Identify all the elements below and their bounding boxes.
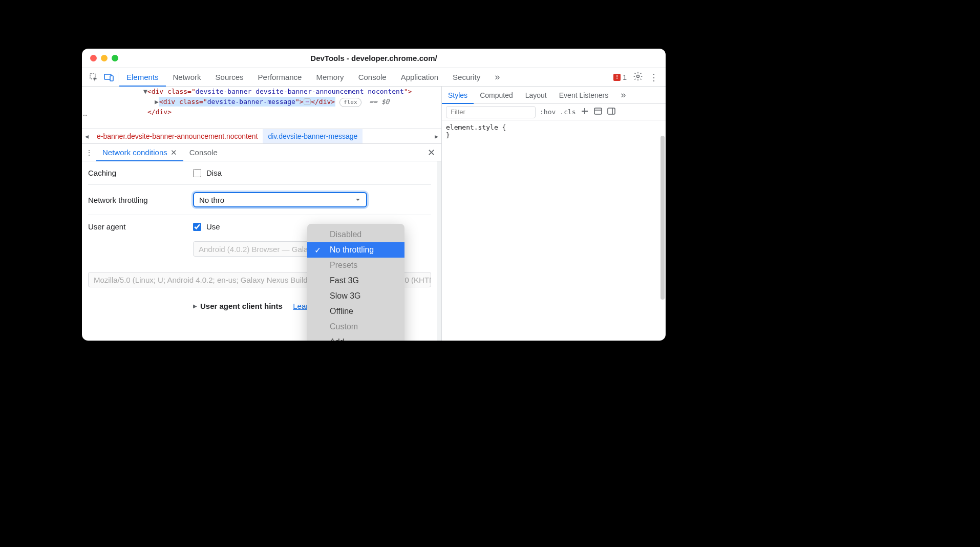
- elements-tree[interactable]: … ▼<div class="devsite-banner devsite-ba…: [82, 87, 441, 129]
- stab-event-listeners[interactable]: Event Listeners: [553, 87, 615, 103]
- drawer-tab-console[interactable]: Console: [183, 144, 224, 161]
- drawer-tabs: ⋮ Network conditions ✕ Console ✕: [82, 144, 441, 161]
- row-throttling: Network throttling No thro: [88, 192, 431, 215]
- stab-layout[interactable]: Layout: [519, 87, 553, 103]
- zoom-window-button[interactable]: [112, 55, 118, 61]
- tab-network[interactable]: Network: [166, 68, 208, 86]
- element-style-close: }: [446, 131, 662, 139]
- main-tabs: Elements Network Sources Performance Mem…: [119, 68, 613, 86]
- filter-placeholder: Filter: [451, 108, 465, 116]
- hov-toggle[interactable]: :hov: [540, 108, 556, 116]
- dom-class-value2: devsite-banner-message: [207, 98, 295, 106]
- vertical-scrollbar[interactable]: [661, 136, 665, 300]
- toggle-sidebar-icon[interactable]: [607, 108, 616, 116]
- close-tab-icon[interactable]: ✕: [171, 148, 177, 157]
- ua-default-label: Use: [206, 222, 220, 231]
- inspect-element-icon[interactable]: [86, 70, 101, 85]
- dom-tag-close: </div>: [147, 108, 172, 116]
- toolbar-right: ! 1 ⋮: [613, 71, 662, 83]
- crumb-active[interactable]: div.devsite-banner-message: [263, 129, 363, 143]
- new-style-rule-icon[interactable]: [580, 108, 589, 116]
- devtools-window: DevTools - developer.chrome.com/ Element…: [82, 49, 666, 341]
- tab-application[interactable]: Application: [394, 68, 445, 86]
- pop-presets-header: Presets: [307, 258, 404, 273]
- dom-tag-end: ">: [404, 88, 412, 95]
- stab-styles[interactable]: Styles: [442, 87, 474, 103]
- window-title: DevTools - developer.chrome.com/: [82, 54, 666, 62]
- traffic-lights: [82, 55, 118, 61]
- pop-no-throttling[interactable]: No throttling: [307, 242, 404, 258]
- pop-fast-3g[interactable]: Fast 3G: [307, 273, 404, 288]
- gutter-ellipsis: …: [82, 108, 87, 119]
- cls-toggle[interactable]: .cls: [560, 108, 576, 116]
- stabs-overflow-icon[interactable]: »: [614, 87, 632, 103]
- svg-rect-5: [608, 108, 615, 114]
- pop-slow-3g[interactable]: Slow 3G: [307, 288, 404, 304]
- svg-point-3: [637, 75, 640, 78]
- disable-cache-checkbox[interactable]: [193, 169, 201, 177]
- drawer-tab-label: Network conditions: [102, 148, 167, 157]
- svg-rect-2: [110, 76, 113, 81]
- styles-body[interactable]: element.style { }: [442, 120, 666, 142]
- user-agent-label: User agent: [88, 222, 188, 231]
- throttling-select[interactable]: No thro: [193, 192, 367, 207]
- settings-icon[interactable]: [633, 71, 643, 83]
- minimize-window-button[interactable]: [101, 55, 108, 61]
- drawer-close-icon[interactable]: ✕: [421, 147, 441, 158]
- throttling-select-value: No thro: [199, 196, 224, 204]
- drawer-kebab-icon[interactable]: ⋮: [82, 149, 96, 157]
- dom-tag-open: <div class=": [147, 88, 196, 95]
- kebab-menu-icon[interactable]: ⋮: [649, 72, 658, 83]
- tab-sources[interactable]: Sources: [208, 68, 251, 86]
- tab-console[interactable]: Console: [351, 68, 394, 86]
- titlebar: DevTools - developer.chrome.com/: [82, 49, 666, 68]
- toolbar-separator: [118, 72, 118, 83]
- dom-collapsed-icon[interactable]: ⋯: [304, 98, 311, 105]
- tab-performance[interactable]: Performance: [251, 68, 309, 86]
- drawer-tab-network-conditions[interactable]: Network conditions ✕: [96, 144, 183, 161]
- device-toolbar-icon[interactable]: [101, 70, 117, 85]
- tabs-overflow-icon[interactable]: »: [487, 68, 507, 86]
- element-style-open: element.style {: [446, 123, 662, 131]
- dom-dollar-zero: == $0: [369, 98, 389, 106]
- error-count: 1: [623, 73, 627, 81]
- dom-tag-open2: <div class=": [159, 98, 207, 106]
- disable-cache-label: Disa: [206, 169, 222, 177]
- styles-filter-bar: Filter :hov .cls: [442, 104, 666, 120]
- tab-security[interactable]: Security: [445, 68, 487, 86]
- crumb-scroll-right-icon[interactable]: ▸: [432, 132, 441, 140]
- stab-computed[interactable]: Computed: [474, 87, 519, 103]
- close-window-button[interactable]: [90, 55, 97, 61]
- crumb-scroll-left-icon[interactable]: ◂: [82, 132, 92, 140]
- pop-custom-header: Custom: [307, 319, 404, 334]
- flex-badge[interactable]: flex: [339, 98, 361, 108]
- computed-styles-icon[interactable]: [593, 108, 603, 116]
- styles-pane: Styles Computed Layout Event Listeners »…: [441, 87, 666, 341]
- tab-elements[interactable]: Elements: [119, 68, 166, 86]
- expand-triangle-icon: ▶: [193, 303, 197, 309]
- dom-tag-close2: </div>: [311, 98, 335, 106]
- pop-offline[interactable]: Offline: [307, 304, 404, 319]
- pop-disabled: Disabled: [307, 227, 404, 242]
- throttling-dropdown: Disabled No throttling Presets Fast 3G S…: [307, 224, 404, 341]
- dom-tag-end2: ">: [295, 98, 304, 106]
- dom-breadcrumbs: ◂ e-banner.devsite-banner-announcement.n…: [82, 129, 441, 144]
- row-caching: Caching Disa: [88, 169, 431, 185]
- crumb-prev[interactable]: e-banner.devsite-banner-announcement.noc…: [92, 129, 263, 143]
- tab-memory[interactable]: Memory: [309, 68, 351, 86]
- svg-rect-4: [594, 108, 602, 114]
- client-hints-label: User agent client hints: [200, 302, 283, 310]
- ua-default-checkbox[interactable]: [193, 223, 201, 231]
- error-icon: !: [613, 74, 621, 81]
- dom-class-value: devsite-banner devsite-banner-announceme…: [196, 88, 404, 95]
- pop-add[interactable]: Add…: [307, 334, 404, 341]
- throttling-label: Network throttling: [88, 196, 188, 204]
- styles-tabs: Styles Computed Layout Event Listeners »: [442, 87, 666, 104]
- error-badge[interactable]: ! 1: [613, 73, 627, 81]
- devtools-toolbar: Elements Network Sources Performance Mem…: [82, 68, 666, 87]
- styles-filter-input[interactable]: Filter: [446, 106, 536, 118]
- caching-label: Caching: [88, 169, 188, 177]
